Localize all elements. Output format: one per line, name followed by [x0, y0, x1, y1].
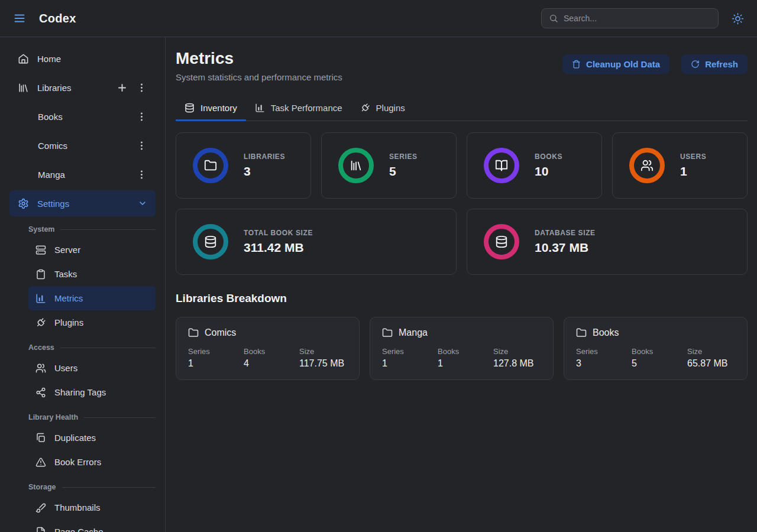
tabs: Inventory Task Performance Plugins [176, 98, 748, 121]
book-open-icon [495, 159, 508, 172]
topbar: Codex [0, 0, 757, 37]
refresh-icon [691, 60, 700, 69]
page-title: Metrics [176, 49, 342, 68]
sidebar-item-label: Tasks [54, 269, 77, 279]
sidebar-item-page-cache[interactable]: Page Cache [28, 520, 156, 532]
sidebar-section-system: System [9, 221, 156, 238]
gear-icon [18, 198, 29, 209]
col-label: Size [299, 347, 344, 356]
kebab-menu-icon[interactable] [136, 140, 147, 151]
tab-label: Task Performance [271, 103, 342, 113]
kebab-menu-icon[interactable] [136, 111, 147, 122]
search-box[interactable] [541, 8, 719, 28]
col-label: Series [382, 347, 438, 356]
sidebar-item-libraries[interactable]: Libraries [9, 74, 156, 100]
bar-chart-icon [255, 103, 265, 113]
sidebar-item-label: Thumbnails [54, 502, 101, 512]
clipboard-icon [35, 269, 46, 280]
users-icon [35, 363, 46, 374]
add-library-icon[interactable] [117, 82, 128, 93]
sidebar-item-book-errors[interactable]: Book Errors [28, 450, 156, 474]
sidebar-item-duplicates[interactable]: Duplicates [28, 426, 156, 450]
stat-card-total-book-size: TOTAL BOOK SIZE 311.42 MB [176, 209, 457, 275]
sidebar-item-label: Libraries [37, 83, 72, 93]
tab-plugins[interactable]: Plugins [351, 98, 414, 121]
section-label: Storage [28, 483, 56, 491]
stat-label: LIBRARIES [244, 153, 285, 161]
divider [84, 417, 156, 418]
stat-value: 1 [680, 164, 706, 179]
sidebar-item-label: Metrics [54, 293, 83, 303]
sidebar-section-access: Access [9, 339, 156, 356]
copy-icon [35, 433, 46, 443]
library-card-books: Books Series3 Books5 Size65.87 MB [564, 317, 748, 380]
paintbrush-icon [35, 502, 46, 513]
tab-label: Plugins [376, 103, 405, 113]
sidebar-item-library-comics[interactable]: Comics [9, 132, 156, 158]
search-icon [549, 14, 558, 23]
button-label: Refresh [705, 59, 738, 69]
sidebar-item-label: Manga [38, 170, 65, 180]
sidebar-item-library-manga[interactable]: Manga [9, 161, 156, 187]
stat-label: DATABASE SIZE [535, 229, 596, 237]
stat-card-users: USERS 1 [612, 132, 748, 199]
stat-label: USERS [680, 153, 706, 161]
section-label: Access [28, 343, 54, 352]
stat-card-database-size: DATABASE SIZE 10.37 MB [467, 209, 748, 275]
sidebar-item-sharing-tags[interactable]: Sharing Tags [28, 380, 156, 404]
sidebar-item-library-books[interactable]: Books [9, 103, 156, 129]
main-content: Metrics System statistics and performanc… [166, 37, 757, 532]
stat-ring [484, 224, 519, 259]
refresh-button[interactable]: Refresh [681, 54, 748, 74]
sidebar-item-tasks[interactable]: Tasks [28, 262, 156, 286]
books-count: 4 [244, 358, 299, 369]
button-label: Cleanup Old Data [586, 59, 660, 69]
sidebar: Home Libraries Books Comics Manga [0, 37, 166, 532]
sidebar-item-plugins[interactable]: Plugins [28, 310, 156, 335]
sidebar-item-settings[interactable]: Settings [9, 190, 156, 216]
search-input[interactable] [564, 14, 711, 23]
stat-ring [193, 148, 228, 183]
section-label: Library Health [28, 413, 78, 421]
database-icon [204, 235, 217, 248]
sidebar-section-library-health: Library Health [9, 409, 156, 426]
tab-task-performance[interactable]: Task Performance [246, 98, 351, 121]
page-header: Metrics System statistics and performanc… [176, 49, 748, 82]
series-count: 1 [188, 358, 244, 369]
sidebar-item-server[interactable]: Server [28, 238, 156, 262]
tab-label: Inventory [200, 103, 237, 113]
sidebar-item-home[interactable]: Home [9, 46, 156, 72]
stats-grid: LIBRARIES 3 SERIES 5 BOOKS [176, 132, 748, 199]
stat-value: 5 [389, 164, 418, 179]
plug-icon [358, 100, 372, 115]
sidebar-item-label: Book Errors [54, 457, 101, 467]
sun-icon[interactable] [732, 12, 744, 25]
library-card-comics: Comics Series1 Books4 Size117.75 MB [176, 317, 360, 380]
divider [60, 229, 156, 230]
cleanup-old-data-button[interactable]: Cleanup Old Data [562, 54, 669, 74]
menu-icon[interactable] [13, 12, 26, 25]
stat-label: SERIES [389, 153, 418, 161]
kebab-menu-icon[interactable] [136, 82, 147, 93]
stat-value: 311.42 MB [244, 241, 313, 255]
folder-icon [188, 327, 199, 338]
stat-ring [338, 148, 374, 183]
tab-inventory[interactable]: Inventory [176, 98, 246, 121]
divider [60, 348, 156, 348]
sidebar-item-metrics[interactable]: Metrics [28, 286, 156, 310]
col-label: Books [438, 347, 493, 356]
sidebar-item-label: Settings [37, 199, 69, 209]
users-icon [640, 159, 654, 172]
database-icon [185, 103, 195, 113]
library-name: Comics [205, 327, 236, 338]
sidebar-section-storage: Storage [9, 479, 156, 495]
trash-icon [572, 60, 581, 69]
sidebar-item-thumbnails[interactable]: Thumbnails [28, 495, 156, 520]
sidebar-item-label: Sharing Tags [54, 387, 106, 397]
breakdown-title: Libraries Breakdown [176, 292, 748, 305]
sidebar-item-users[interactable]: Users [28, 356, 156, 380]
stat-label: BOOKS [535, 153, 562, 161]
kebab-menu-icon[interactable] [136, 169, 147, 180]
col-label: Series [188, 347, 244, 356]
col-label: Series [576, 347, 632, 356]
